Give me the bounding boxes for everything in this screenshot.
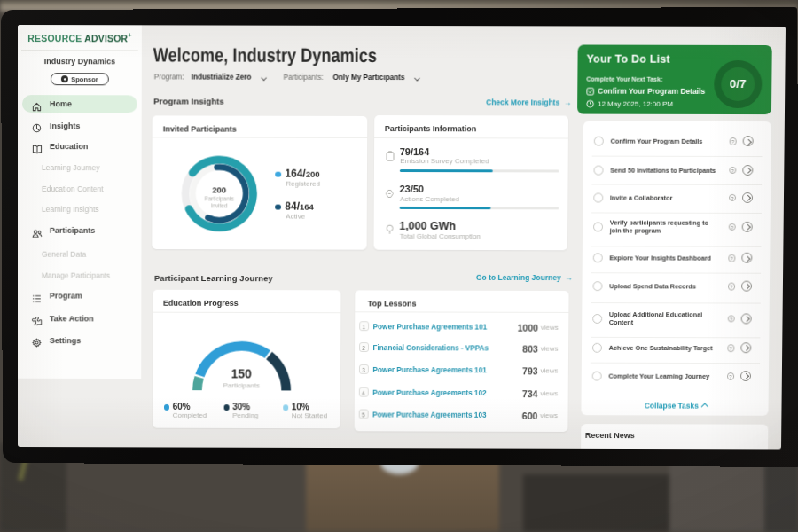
svg-text:200: 200 [213, 184, 227, 194]
svg-text:Invited: Invited [211, 202, 228, 208]
